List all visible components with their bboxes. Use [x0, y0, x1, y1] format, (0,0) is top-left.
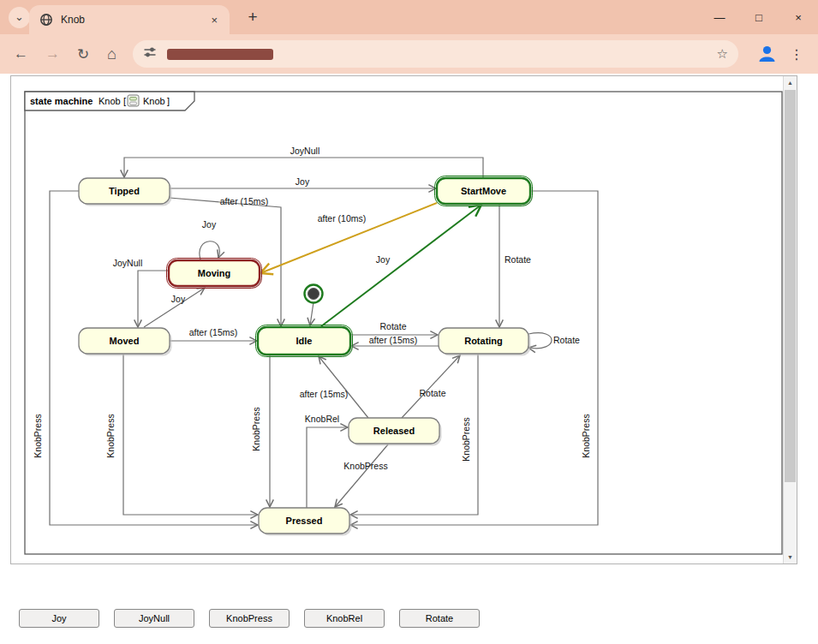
state-moving: Moving: [167, 259, 262, 289]
svg-text:Joy: Joy: [171, 294, 186, 304]
svg-text:Joy: Joy: [202, 219, 217, 230]
event-button-knobrel[interactable]: KnobRel: [304, 609, 385, 628]
svg-text:after (10ms): after (10ms): [318, 213, 367, 224]
svg-text:[: [: [123, 96, 126, 106]
svg-text:Rotate: Rotate: [380, 321, 407, 331]
profile-avatar[interactable]: [755, 42, 779, 65]
state-tipped: Tipped: [79, 178, 172, 206]
state-moved: Moved: [79, 328, 172, 356]
svg-text:KnobPress: KnobPress: [461, 417, 471, 461]
tab-title: Knob: [61, 14, 209, 26]
svg-text:KnobPress: KnobPress: [343, 461, 387, 471]
svg-text:after (15ms): after (15ms): [189, 327, 238, 337]
svg-text:Knob: Knob: [99, 96, 121, 106]
globe-favicon-icon: [39, 13, 53, 27]
event-button-knobpress[interactable]: KnobPress: [209, 609, 290, 628]
scrollbar-thumb[interactable]: [785, 90, 796, 482]
close-button[interactable]: ×: [779, 0, 818, 34]
event-buttons: JoyJoyNullKnobPressKnobRelRotate: [19, 609, 480, 628]
svg-text:Joy: Joy: [376, 254, 391, 265]
home-button[interactable]: ⌂: [107, 45, 116, 63]
svg-text:Idle: Idle: [296, 336, 313, 346]
tab-close-button[interactable]: ×: [209, 14, 219, 27]
scroll-down-button[interactable]: ▼: [784, 551, 797, 564]
maximize-button[interactable]: □: [739, 0, 779, 34]
event-button-joynull[interactable]: JoyNull: [114, 609, 194, 628]
state-rotating: Rotating: [439, 328, 531, 356]
svg-text:Moving: Moving: [198, 268, 231, 278]
svg-text:StartMove: StartMove: [461, 186, 506, 196]
browser-tab[interactable]: Knob ×: [29, 5, 230, 34]
svg-text:Rotate: Rotate: [420, 388, 446, 398]
svg-text:Tipped: Tipped: [109, 186, 140, 196]
forward-button[interactable]: →: [45, 45, 60, 63]
svg-text:JoyNull: JoyNull: [290, 146, 319, 156]
state-startmove: StartMove: [435, 176, 533, 206]
vertical-scrollbar[interactable]: ▲ ▼: [783, 76, 797, 564]
svg-text:KnobPress: KnobPress: [251, 407, 261, 450]
scroll-up-button[interactable]: ▲: [784, 76, 797, 89]
address-bar[interactable]: ☆: [133, 40, 738, 68]
svg-text:Moved: Moved: [110, 336, 140, 346]
document-area: state machineKnob[Knob]JoyNullJoyafter (…: [10, 75, 797, 564]
browser-menu-icon[interactable]: ⋮: [790, 46, 803, 63]
state-diagram: state machineKnob[Knob]JoyNullJoyafter (…: [11, 76, 784, 564]
svg-text:KnobPress: KnobPress: [581, 414, 591, 457]
svg-text:Rotating: Rotating: [464, 336, 503, 346]
site-settings-icon[interactable]: [143, 45, 157, 63]
svg-text:JoyNull: JoyNull: [113, 258, 142, 268]
svg-text:Knob: Knob: [143, 96, 165, 106]
svg-text:after (15ms): after (15ms): [220, 196, 269, 206]
reload-button[interactable]: ↻: [77, 45, 89, 63]
back-button[interactable]: ←: [14, 45, 28, 63]
state-idle: Idle: [256, 325, 353, 357]
event-button-rotate[interactable]: Rotate: [399, 609, 480, 628]
bookmark-star-icon[interactable]: ☆: [717, 46, 728, 62]
browser-toolbar: ← → ↻ ⌂ ☆ ⋮: [0, 34, 818, 74]
state-pressed: Pressed: [259, 508, 352, 536]
svg-text:Joy: Joy: [296, 176, 310, 187]
svg-text:Rotate: Rotate: [553, 335, 580, 345]
svg-text:KnobRel: KnobRel: [305, 414, 339, 424]
state-released: Released: [349, 418, 442, 446]
svg-text:Rotate: Rotate: [505, 254, 531, 265]
svg-text:after (15ms): after (15ms): [300, 389, 349, 399]
event-button-joy[interactable]: Joy: [19, 609, 99, 628]
chevron-down-icon: ⌄: [15, 10, 24, 23]
new-tab-button[interactable]: +: [242, 6, 264, 28]
svg-text:after (15ms): after (15ms): [369, 335, 418, 345]
svg-text:KnobPress: KnobPress: [105, 414, 116, 457]
svg-text:KnobPress: KnobPress: [33, 414, 43, 457]
minimize-button[interactable]: —: [700, 0, 739, 34]
svg-text:Pressed: Pressed: [286, 516, 323, 526]
redacted-url: [167, 49, 273, 60]
svg-text:Released: Released: [373, 426, 415, 436]
tab-strip: ⌄ Knob × + — □ ×: [0, 0, 818, 34]
window-controls: — □ ×: [700, 0, 818, 34]
svg-text:]: ]: [167, 96, 170, 106]
svg-text:state machine: state machine: [30, 96, 93, 106]
tab-search-button[interactable]: ⌄: [9, 7, 30, 28]
